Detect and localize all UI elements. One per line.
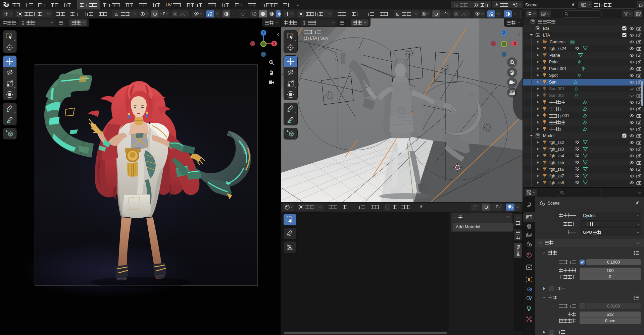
svg-text:Z: Z xyxy=(503,31,505,35)
svg-text:X: X xyxy=(514,42,516,46)
svg-text:Z: Z xyxy=(262,31,264,35)
svg-text:X: X xyxy=(273,42,276,46)
